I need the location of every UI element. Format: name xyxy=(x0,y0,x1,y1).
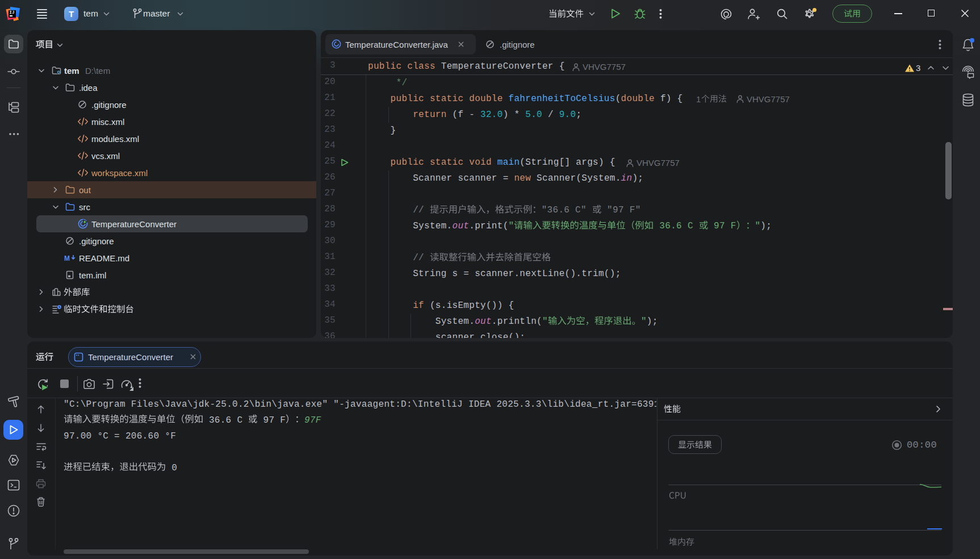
svg-text:M: M xyxy=(64,255,70,262)
